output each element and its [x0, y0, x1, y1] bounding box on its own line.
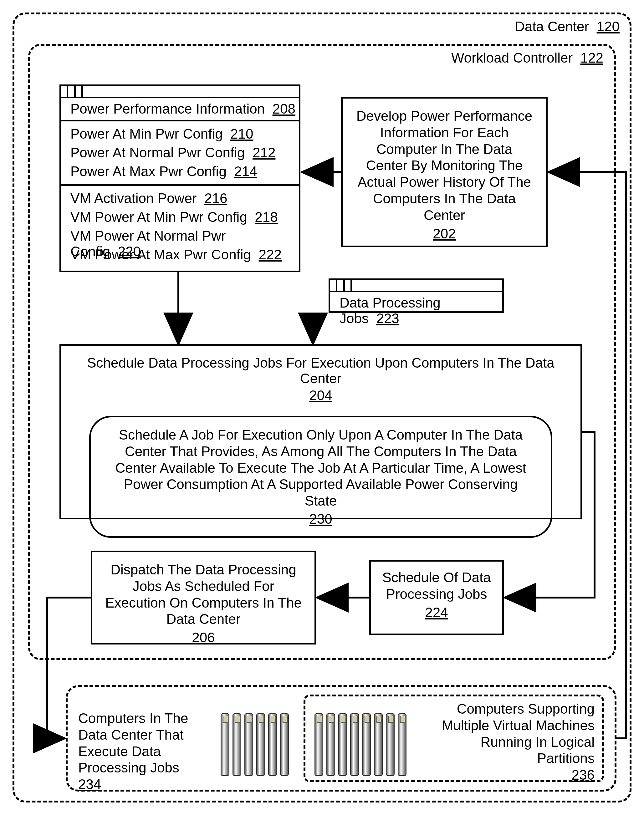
schedule-ref: 204: [77, 388, 565, 403]
ppi-row-2: Power At Max Pwr Config 214: [71, 164, 257, 179]
ppi-row-6: VM Power At Max Pwr Config 222: [71, 247, 282, 262]
ppi-row-3-text: VM Activation Power: [71, 190, 197, 206]
data-center-label: Data Center: [515, 19, 589, 34]
schedule-inner-box: Schedule A Job For Execution Only Upon A…: [89, 416, 552, 538]
computers-right-ref: 236: [572, 767, 595, 783]
dispatch-text: Dispatch The Data Processing Jobs As Sch…: [105, 562, 302, 628]
dispatch-box: Dispatch The Data Processing Jobs As Sch…: [91, 551, 316, 645]
ppi-row-6-text: VM Power At Max Pwr Config: [71, 247, 251, 262]
ppi-row-0-ref: 210: [230, 126, 253, 141]
ppi-row-2-text: Power At Max Pwr Config: [71, 164, 227, 179]
ppi-box: Power Performance Information 208 Power …: [60, 84, 301, 272]
develop-text: Develop Power Performance Information Fo…: [355, 108, 534, 224]
data-center-title: Data Center 120: [12, 19, 619, 34]
computers-left-ref: 234: [78, 777, 101, 792]
data-center-ref: 120: [597, 19, 619, 34]
ppi-row-2-ref: 214: [234, 164, 257, 179]
jobs-title-row: Data Processing Jobs 223: [339, 295, 502, 326]
ppi-row-0-text: Power At Min Pwr Config: [71, 126, 223, 141]
develop-ref: 202: [355, 225, 534, 242]
jobs-box: Data Processing Jobs 223: [328, 279, 504, 313]
ppi-row-4: VM Power At Min Pwr Config 218: [71, 209, 278, 225]
schedule-box: Schedule Data Processing Jobs For Execut…: [60, 344, 582, 519]
develop-box: Develop Power Performance Information Fo…: [341, 97, 547, 247]
schedule-inner-text: Schedule A Job For Execution Only Upon A…: [113, 427, 529, 509]
schedof-text: Schedule Of Data Processing Jobs: [380, 569, 493, 602]
workload-controller-label: Workload Controller: [451, 50, 573, 65]
jobs-ref: 223: [376, 311, 399, 326]
workload-controller-ref: 122: [581, 50, 603, 65]
ppi-row-0: Power At Min Pwr Config 210: [71, 126, 253, 142]
schedof-ref: 224: [380, 604, 493, 621]
dispatch-ref: 206: [105, 630, 302, 646]
schedof-box: Schedule Of Data Processing Jobs 224: [369, 560, 504, 635]
schedule-inner-ref: 230: [113, 511, 529, 527]
server-rack-right-icon: [313, 713, 408, 779]
computers-left-text: Computers In The Data Center That Execut…: [78, 710, 219, 793]
ppi-title-text: Power Performance Information: [71, 101, 265, 116]
ppi-row-1-text: Power At Normal Pwr Config: [71, 145, 245, 160]
ppi-title: Power Performance Information 208: [71, 101, 295, 117]
server-rack-left-icon: [219, 713, 290, 779]
computers-right-label: Computers Supporting Multiple Virtual Ma…: [442, 701, 595, 766]
ppi-ref: 208: [273, 101, 295, 116]
schedule-title: Schedule Data Processing Jobs For Execut…: [77, 355, 565, 386]
ppi-row-3-ref: 216: [204, 190, 227, 206]
computers-left-label: Computers In The Data Center That Execut…: [78, 711, 188, 775]
ppi-row-3: VM Activation Power 216: [71, 190, 227, 206]
ppi-row-1: Power At Normal Pwr Config 212: [71, 145, 275, 161]
ppi-row-6-ref: 222: [259, 247, 282, 262]
computers-right-text: Computers Supporting Multiple Virtual Ma…: [438, 701, 595, 783]
ppi-row-4-text: VM Power At Min Pwr Config: [71, 209, 247, 225]
ppi-row-1-ref: 212: [253, 145, 275, 160]
ppi-row-4-ref: 218: [255, 209, 278, 225]
workload-controller-title: Workload Controller 122: [28, 50, 603, 66]
